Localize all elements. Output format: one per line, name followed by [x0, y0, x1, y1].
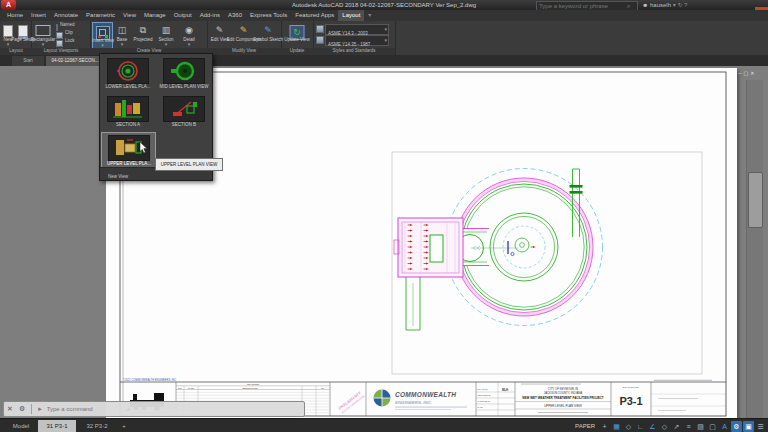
- search-icon[interactable]: ⌕: [627, 3, 630, 10]
- update-view-button[interactable]: ↻ Update View: [283, 22, 311, 47]
- rev-col-no: NO.: [178, 387, 182, 389]
- snap-icon[interactable]: ◇: [623, 421, 634, 432]
- tab-layout[interactable]: Layout: [338, 10, 364, 21]
- tab-insert[interactable]: Insert: [27, 10, 50, 21]
- base-dropdown-icon[interactable]: ▾: [121, 42, 124, 47]
- project-block: CITY OF SEYMOUR, IN JACKSON COUNTY, INDI…: [515, 384, 611, 413]
- rectangular-dropdown-icon[interactable]: ▾: [42, 42, 45, 47]
- tab-a360[interactable]: A360: [224, 10, 246, 21]
- panel-label-styles-standards[interactable]: Styles and Standards: [313, 48, 395, 55]
- gallery-item-section-b[interactable]: SECTION B: [157, 94, 210, 131]
- command-input[interactable]: [45, 405, 269, 413]
- insert-view-button[interactable]: Insert View ▾: [92, 22, 113, 49]
- standard-select-2[interactable]: ASME Y14.35 - 1987 ▾: [325, 35, 389, 46]
- influent-structure: [394, 218, 463, 277]
- file-tab-drawing[interactable]: 04-02-12067-SECON...: [46, 56, 104, 66]
- signin-area[interactable]: ☻ hauselh ▾ ↻ ?: [642, 0, 687, 10]
- symbol-sketch-button[interactable]: ✎ Symbol Sketch: [257, 22, 279, 47]
- command-prompt-icon: ▸: [35, 403, 45, 415]
- layout-tab-p3-2[interactable]: 32 P3-2: [78, 420, 116, 432]
- command-close-icon[interactable]: ✕: [4, 403, 16, 415]
- sheet-copyright: ©2021 COMMONWEALTH ENGINEERS, INC.: [123, 378, 177, 382]
- detail-view-button[interactable]: ◉ Detail ▾: [178, 22, 200, 47]
- isolate-icon[interactable]: ▣: [743, 421, 754, 432]
- detail-dropdown-icon[interactable]: ▾: [188, 42, 191, 47]
- new-layout-dropdown-icon[interactable]: ▾: [7, 42, 10, 47]
- ribbon-tab-bar: Home Insert Annotate Parametric View Man…: [0, 10, 768, 21]
- base-view-icon: ◫: [118, 25, 127, 35]
- standard-1-dropdown-icon[interactable]: ▾: [384, 26, 387, 32]
- tab-addins[interactable]: Add-ins: [196, 10, 224, 21]
- layout-tab-p3-1[interactable]: 31 P3-1: [38, 420, 76, 432]
- page-setup-button[interactable]: Page Setup: [16, 22, 30, 47]
- command-customize-icon[interactable]: ⚙: [16, 403, 28, 415]
- panel-create-view: Insert View ▾ ◫ Base ▾ ⧉ Projected ▥ Sec…: [90, 21, 208, 55]
- ortho-icon[interactable]: ∟: [635, 421, 646, 432]
- standard-icon-1: [316, 25, 324, 33]
- help-icon[interactable]: ?: [684, 2, 687, 8]
- panel-modify-view: ✎ Edit View ✎ Edit Components ✎ Symbol S…: [207, 21, 282, 55]
- annotation-icon[interactable]: A: [719, 421, 730, 432]
- lineweight-icon[interactable]: ≡: [683, 421, 694, 432]
- projected-view-button[interactable]: ⧉ Projected: [132, 22, 154, 47]
- base-view-button[interactable]: ◫ Base ▾: [113, 22, 131, 47]
- model-tab[interactable]: Model: [6, 420, 36, 432]
- date-label: DATE: [478, 406, 484, 408]
- edit-view-button[interactable]: ✎ Edit View: [209, 22, 230, 47]
- new-layout-tab-button[interactable]: +: [118, 420, 130, 432]
- a360-icon[interactable]: ↻: [677, 2, 682, 8]
- rev-col-by: BY: [322, 387, 325, 389]
- ribbon-options-icon[interactable]: ▾: [364, 10, 375, 21]
- tab-view[interactable]: View: [119, 10, 140, 21]
- otrack-icon[interactable]: ↗: [671, 421, 682, 432]
- rectangular-viewport-button[interactable]: Rectangular ▾: [33, 22, 53, 47]
- selection-icon[interactable]: ▢: [707, 421, 718, 432]
- crosshair-icon[interactable]: +: [599, 421, 610, 432]
- edit-view-icon: ✎: [216, 25, 224, 35]
- space-indicator[interactable]: PAPER: [575, 420, 595, 432]
- section-view-button[interactable]: ▥ Section ▾: [155, 22, 177, 47]
- customization-icon[interactable]: ☰: [755, 421, 766, 432]
- standard-2-dropdown-icon[interactable]: ▾: [384, 37, 387, 43]
- workspace-icon[interactable]: ⚙: [731, 421, 742, 432]
- rectangular-viewport-icon: [36, 25, 51, 36]
- tab-home[interactable]: Home: [3, 10, 27, 21]
- gallery-item-lower-level[interactable]: LOWER LEVEL PLA...: [101, 56, 154, 93]
- symbol-sketch-label: Symbol Sketch: [253, 37, 283, 42]
- grid-icon[interactable]: ▦: [611, 421, 622, 432]
- panel-label-update[interactable]: Update: [281, 48, 313, 55]
- new-layout-button[interactable]: New ▾: [1, 22, 15, 47]
- tab-output[interactable]: Output: [170, 10, 196, 21]
- tab-featured-apps[interactable]: Featured Apps: [291, 10, 338, 21]
- gallery-item-section-a[interactable]: SECTION A: [101, 94, 154, 131]
- panel-label-layout-viewports[interactable]: Layout Viewports: [31, 48, 90, 55]
- tab-parametric[interactable]: Parametric: [82, 10, 119, 21]
- drawing-close-icon[interactable]: ✕: [750, 70, 756, 76]
- named-viewport-icon: [56, 24, 58, 31]
- company-subname: ENGINEERS, INC.: [395, 400, 432, 405]
- section-dropdown-icon[interactable]: ▾: [165, 42, 168, 47]
- polar-icon[interactable]: ∠: [647, 421, 658, 432]
- panel-label-layout[interactable]: Layout: [0, 48, 31, 55]
- named-label: Named: [60, 22, 75, 27]
- command-divider: [31, 404, 32, 414]
- signin-dropdown-icon[interactable]: ▾: [673, 2, 676, 8]
- status-bar: Model 31 P3-1 32 P3-2 + PAPER + ▦ ◇ ∟ ∠ …: [0, 418, 768, 432]
- lock-viewport-button[interactable]: Lock: [56, 39, 88, 47]
- tab-manage[interactable]: Manage: [140, 10, 170, 21]
- tab-express-tools[interactable]: Express Tools: [246, 10, 291, 21]
- tab-annotate[interactable]: Annotate: [50, 10, 82, 21]
- transparency-icon[interactable]: ▨: [695, 421, 706, 432]
- panel-label-modify-view[interactable]: Modify View: [207, 48, 281, 55]
- file-tab-start[interactable]: Start: [12, 56, 44, 66]
- mouse-cursor: [139, 142, 148, 154]
- vertical-scrollbar[interactable]: [746, 80, 763, 418]
- drawn-label: DRAWN BY: [478, 388, 489, 390]
- gallery-item-mid-level[interactable]: MID LEVEL PLAN VIEW: [157, 56, 210, 93]
- standard-select-1[interactable]: ASME Y14.3 - 2003 ▾: [325, 24, 389, 35]
- signin-user[interactable]: hauselh: [650, 2, 671, 8]
- edit-components-button[interactable]: ✎ Edit Components: [231, 22, 256, 47]
- osnap-icon[interactable]: ◇: [659, 421, 670, 432]
- search-input[interactable]: [537, 3, 627, 9]
- scrollbar-thumb[interactable]: [748, 172, 763, 228]
